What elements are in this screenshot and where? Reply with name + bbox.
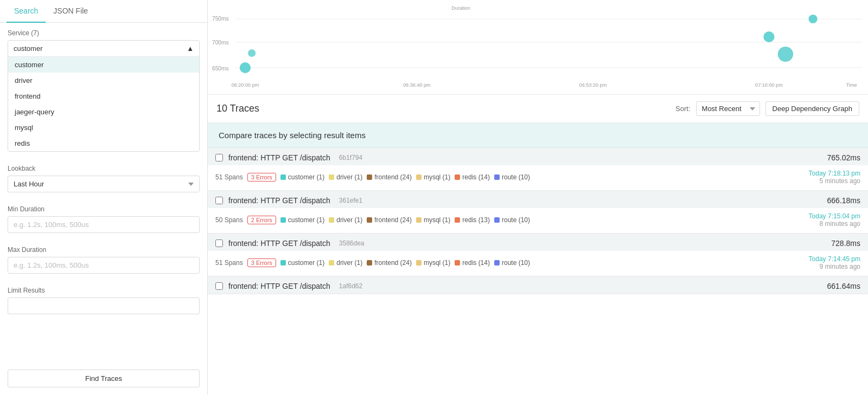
service-dot: [280, 174, 286, 180]
min-duration-label: Min Duration: [8, 205, 200, 213]
service-name: mysql (1): [424, 216, 450, 224]
sort-label: Sort:: [675, 105, 690, 113]
service-item[interactable]: frontend: [8, 88, 199, 104]
trace-ago: 8 minutes ago: [809, 220, 860, 228]
svg-text:Duration: Duration: [451, 5, 470, 11]
service-name: mysql (1): [424, 259, 450, 267]
service-name: customer (1): [288, 216, 324, 224]
service-item[interactable]: mysql: [8, 120, 199, 135]
service-tag: driver (1): [329, 216, 362, 224]
traces-header: 10 Traces Sort: Most RecentLongest First…: [208, 95, 868, 123]
service-name: frontend (24): [374, 216, 412, 224]
errors-badge: 3 Errors: [247, 173, 276, 182]
trace-checkbox[interactable]: [215, 197, 223, 204]
service-item[interactable]: redis: [8, 135, 199, 151]
find-traces-button[interactable]: Find Traces: [8, 370, 200, 387]
trace-body: 50 Spans 2 Errors customer (1) driver (1…: [208, 208, 868, 233]
selected-service: customer: [14, 44, 42, 53]
svg-point-10: [763, 31, 774, 42]
trace-time: 7:14:45 pm: [828, 255, 860, 263]
trace-title[interactable]: frontend: HTTP GET /dispatch: [228, 239, 330, 248]
service-dot: [455, 260, 460, 266]
trace-id: 1af6d62: [339, 282, 362, 290]
service-tag: frontend (24): [367, 173, 412, 181]
tab-search[interactable]: Search: [7, 0, 46, 23]
spans-badge: 50 Spans: [215, 216, 243, 224]
trace-duration: 728.8ms: [831, 239, 860, 248]
trace-date: Today: [809, 170, 826, 177]
min-duration-input[interactable]: [8, 216, 200, 233]
service-dot: [367, 260, 372, 266]
svg-text:07:10:00 pm: 07:10:00 pm: [755, 82, 783, 88]
service-dot: [416, 260, 422, 266]
service-tag: route (10): [494, 216, 530, 224]
trace-meta: 51 Spans 3 Errors customer (1) driver (1…: [215, 258, 530, 267]
svg-point-7: [240, 62, 251, 73]
svg-text:06:53:20 pm: 06:53:20 pm: [579, 82, 607, 88]
svg-text:750ms: 750ms: [212, 16, 228, 22]
trace-header: frontend: HTTP GET /dispatch 3586dea 728…: [208, 234, 868, 251]
svg-text:Time: Time: [846, 82, 857, 88]
service-select-header[interactable]: customer ▲: [8, 41, 199, 57]
service-item[interactable]: customer: [8, 57, 199, 73]
tab-bar: Search JSON File: [0, 0, 207, 23]
service-dot: [455, 174, 460, 180]
trace-checkbox[interactable]: [215, 282, 223, 290]
deep-dependency-graph-button[interactable]: Deep Dependency Graph: [765, 101, 859, 116]
trace-header-left: frontend: HTTP GET /dispatch 6b1f794: [215, 153, 362, 162]
trace-title[interactable]: frontend: HTTP GET /dispatch: [228, 282, 330, 290]
trace-checkbox[interactable]: [215, 154, 223, 161]
sort-select[interactable]: Most RecentLongest FirstShortest FirstMo…: [696, 101, 760, 116]
trace-item: frontend: HTTP GET /dispatch 6b1f794 765…: [208, 148, 868, 191]
service-section: Service (7) customer ▲ customerdriverfro…: [0, 23, 207, 158]
max-duration-input[interactable]: [8, 257, 200, 274]
service-tag: redis (13): [455, 216, 490, 224]
service-select-box: customer ▲ customerdriverfrontendjaeger-…: [8, 40, 200, 152]
errors-badge: 3 Errors: [247, 258, 276, 267]
trace-title[interactable]: frontend: HTTP GET /dispatch: [228, 153, 330, 162]
max-duration-label: Max Duration: [8, 246, 200, 254]
trace-title[interactable]: frontend: HTTP GET /dispatch: [228, 196, 330, 205]
service-name: redis (14): [462, 259, 490, 267]
trace-header: frontend: HTTP GET /dispatch 6b1f794 765…: [208, 148, 868, 165]
trace-date: Today: [809, 212, 826, 220]
service-name: route (10): [502, 216, 530, 224]
trace-meta: 50 Spans 2 Errors customer (1) driver (1…: [215, 216, 530, 224]
service-name: redis (13): [462, 216, 490, 224]
trace-ago: 9 minutes ago: [809, 263, 860, 270]
service-tag: customer (1): [280, 259, 324, 267]
service-name: route (10): [502, 173, 530, 181]
trace-timestamp: Today 7:15:04 pm 8 minutes ago: [809, 212, 860, 228]
svg-text:650ms: 650ms: [212, 66, 228, 72]
min-duration-section: Min Duration: [0, 199, 207, 239]
trace-time: 7:18:13 pm: [828, 170, 860, 177]
service-dot: [367, 217, 372, 223]
lookback-select[interactable]: Last HourLast 2 HoursLast 6 HoursLast 12…: [8, 176, 200, 192]
service-tag: redis (14): [455, 259, 490, 267]
service-item[interactable]: driver: [8, 73, 199, 88]
service-tag: mysql (1): [416, 173, 450, 181]
tab-json-file[interactable]: JSON File: [46, 0, 95, 23]
service-name: mysql (1): [424, 173, 450, 181]
service-dot: [494, 217, 500, 223]
service-tag: mysql (1): [416, 216, 450, 224]
spans-badge: 51 Spans: [215, 259, 243, 267]
service-name: route (10): [502, 259, 530, 267]
service-name: driver (1): [336, 216, 362, 224]
service-tag: mysql (1): [416, 259, 450, 267]
trace-id: 6b1f794: [339, 154, 362, 161]
service-item[interactable]: jaeger-query: [8, 104, 199, 120]
limit-input[interactable]: 20: [8, 297, 200, 314]
trace-header: frontend: HTTP GET /dispatch 361efe1 666…: [208, 191, 868, 208]
trace-header-left: frontend: HTTP GET /dispatch 3586dea: [215, 239, 365, 248]
svg-point-8: [248, 49, 256, 57]
limit-section: Limit Results 20: [0, 280, 207, 321]
trace-header-left: frontend: HTTP GET /dispatch 1af6d62: [215, 282, 362, 290]
service-dot: [280, 260, 286, 266]
service-name: frontend (24): [374, 259, 412, 267]
lookback-section: Lookback Last HourLast 2 HoursLast 6 Hou…: [0, 158, 207, 199]
service-dot: [329, 260, 334, 266]
service-tag: driver (1): [329, 259, 362, 267]
svg-point-11: [778, 47, 793, 62]
trace-checkbox[interactable]: [215, 239, 223, 247]
